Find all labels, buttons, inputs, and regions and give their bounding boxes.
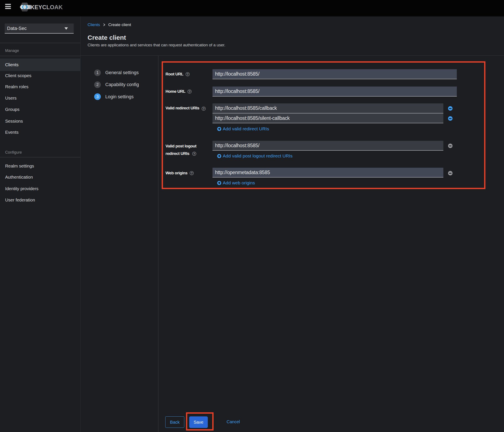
svg-text:KEYCLOAK: KEYCLOAK <box>30 4 63 10</box>
